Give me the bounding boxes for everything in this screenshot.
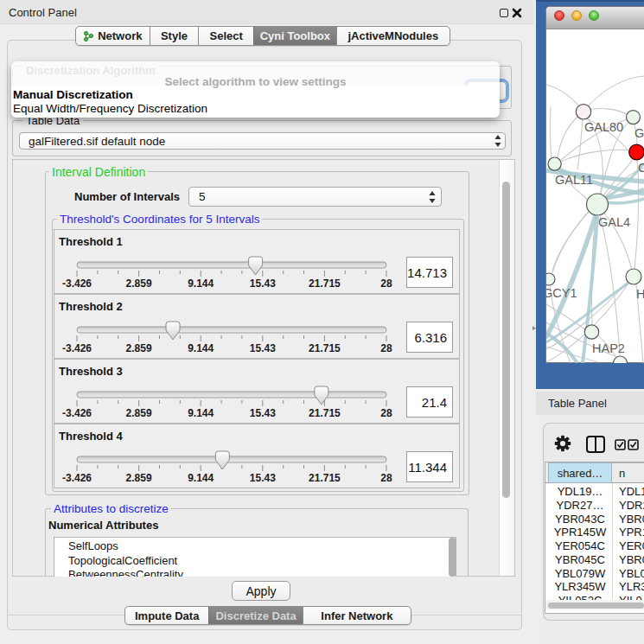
svg-text:2.859: 2.859 — [126, 342, 152, 354]
svg-text:-3.426: -3.426 — [62, 472, 92, 484]
svg-text:28: 28 — [380, 472, 392, 484]
svg-text:-3.426: -3.426 — [62, 277, 92, 290]
svg-text:H: H — [636, 287, 644, 301]
svg-text:9.144: 9.144 — [188, 342, 214, 354]
svg-text:2.859: 2.859 — [126, 472, 152, 484]
svg-text:28: 28 — [380, 342, 392, 354]
svg-text:15.43: 15.43 — [250, 472, 276, 484]
svg-text:C: C — [638, 161, 644, 175]
svg-text:28: 28 — [380, 277, 392, 290]
svg-text:15.43: 15.43 — [250, 407, 276, 419]
svg-text:9.144: 9.144 — [188, 472, 214, 484]
svg-text:28: 28 — [380, 407, 392, 419]
svg-text:21.715: 21.715 — [309, 472, 341, 484]
svg-text:GAL4: GAL4 — [598, 215, 630, 229]
svg-text:21.715: 21.715 — [309, 342, 341, 354]
svg-text:2.859: 2.859 — [126, 407, 152, 419]
svg-text:15.43: 15.43 — [250, 342, 276, 354]
svg-text:GA: GA — [634, 126, 644, 140]
svg-text:21.715: 21.715 — [309, 277, 341, 290]
svg-text:9.144: 9.144 — [188, 277, 214, 290]
svg-text:21.715: 21.715 — [309, 407, 341, 419]
svg-text:GAL80: GAL80 — [584, 120, 623, 134]
svg-text:-3.426: -3.426 — [62, 342, 92, 354]
svg-text:GCY1: GCY1 — [546, 286, 577, 300]
svg-text:2.859: 2.859 — [126, 277, 152, 290]
svg-text:15.43: 15.43 — [250, 277, 276, 290]
svg-text:9.144: 9.144 — [188, 407, 214, 419]
svg-text:HAP2: HAP2 — [592, 341, 625, 355]
svg-text:GAL11: GAL11 — [555, 173, 593, 187]
svg-text:-3.426: -3.426 — [62, 407, 92, 419]
